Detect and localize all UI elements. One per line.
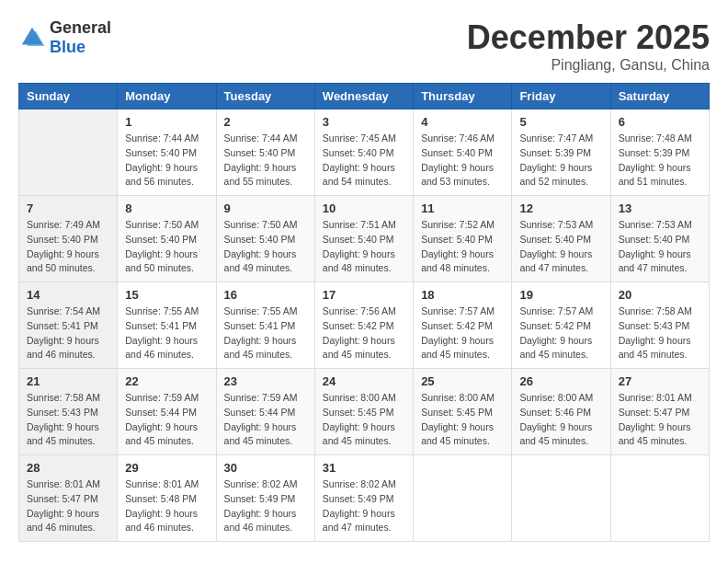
day-info: Sunrise: 7:56 AMSunset: 5:42 PMDaylight:… <box>323 304 405 362</box>
day-info: Sunrise: 7:57 AMSunset: 5:42 PMDaylight:… <box>421 304 504 362</box>
day-number: 25 <box>421 374 504 388</box>
day-info: Sunrise: 7:46 AMSunset: 5:40 PMDaylight:… <box>421 132 504 190</box>
logo-text: General Blue <box>50 18 111 57</box>
calendar-cell: 31Sunrise: 8:02 AMSunset: 5:49 PMDayligh… <box>314 455 413 542</box>
logo-blue: Blue <box>50 38 85 56</box>
weekday-tuesday: Tuesday <box>216 84 314 109</box>
calendar-cell: 23Sunrise: 7:59 AMSunset: 5:44 PMDayligh… <box>216 369 314 455</box>
day-info: Sunrise: 8:00 AMSunset: 5:45 PMDaylight:… <box>421 391 504 449</box>
day-info: Sunrise: 8:00 AMSunset: 5:45 PMDaylight:… <box>323 391 405 449</box>
calendar-cell: 15Sunrise: 7:55 AMSunset: 5:41 PMDayligh… <box>118 282 216 369</box>
day-number: 5 <box>519 115 602 129</box>
day-info: Sunrise: 7:45 AMSunset: 5:40 PMDaylight:… <box>323 132 405 190</box>
day-number: 18 <box>421 288 504 302</box>
day-info: Sunrise: 7:55 AMSunset: 5:41 PMDaylight:… <box>224 304 307 362</box>
day-info: Sunrise: 8:01 AMSunset: 5:47 PMDaylight:… <box>27 477 109 535</box>
day-number: 4 <box>421 115 504 129</box>
day-number: 17 <box>323 288 405 302</box>
day-info: Sunrise: 7:49 AMSunset: 5:40 PMDaylight:… <box>27 218 109 276</box>
calendar-cell: 14Sunrise: 7:54 AMSunset: 5:41 PMDayligh… <box>19 282 118 369</box>
day-info: Sunrise: 7:50 AMSunset: 5:40 PMDaylight:… <box>224 218 307 276</box>
calendar-cell: 30Sunrise: 8:02 AMSunset: 5:49 PMDayligh… <box>216 455 314 542</box>
weekday-saturday: Saturday <box>610 84 709 109</box>
day-info: Sunrise: 7:53 AMSunset: 5:40 PMDaylight:… <box>619 218 701 276</box>
calendar-cell: 24Sunrise: 8:00 AMSunset: 5:45 PMDayligh… <box>314 369 413 455</box>
title-area: December 2025 Pingliang, Gansu, China <box>467 18 710 74</box>
day-info: Sunrise: 7:52 AMSunset: 5:40 PMDaylight:… <box>421 218 504 276</box>
day-number: 6 <box>619 115 701 129</box>
weekday-monday: Monday <box>118 84 216 109</box>
weekday-wednesday: Wednesday <box>314 84 413 109</box>
day-info: Sunrise: 7:51 AMSunset: 5:40 PMDaylight:… <box>323 218 405 276</box>
day-number: 30 <box>224 461 307 475</box>
day-number: 11 <box>421 201 504 215</box>
header: General Blue December 2025 Pingliang, Ga… <box>18 18 710 74</box>
day-number: 14 <box>27 288 109 302</box>
calendar-cell: 19Sunrise: 7:57 AMSunset: 5:42 PMDayligh… <box>512 282 610 369</box>
day-number: 12 <box>519 201 602 215</box>
calendar-cell <box>512 455 610 542</box>
weekday-sunday: Sunday <box>19 84 118 109</box>
day-info: Sunrise: 8:02 AMSunset: 5:49 PMDaylight:… <box>323 477 405 535</box>
weekday-friday: Friday <box>512 84 610 109</box>
calendar-cell: 9Sunrise: 7:50 AMSunset: 5:40 PMDaylight… <box>216 196 314 282</box>
calendar-cell: 11Sunrise: 7:52 AMSunset: 5:40 PMDayligh… <box>414 196 512 282</box>
day-number: 28 <box>27 461 109 475</box>
day-number: 15 <box>125 288 208 302</box>
calendar-cell: 18Sunrise: 7:57 AMSunset: 5:42 PMDayligh… <box>414 282 512 369</box>
calendar-week-1: 1Sunrise: 7:44 AMSunset: 5:40 PMDaylight… <box>19 109 710 196</box>
day-number: 20 <box>619 288 701 302</box>
location-title: Pingliang, Gansu, China <box>467 57 710 74</box>
day-number: 7 <box>27 201 109 215</box>
day-info: Sunrise: 7:48 AMSunset: 5:39 PMDaylight:… <box>619 132 701 190</box>
calendar-week-3: 14Sunrise: 7:54 AMSunset: 5:41 PMDayligh… <box>19 282 710 369</box>
calendar-cell: 17Sunrise: 7:56 AMSunset: 5:42 PMDayligh… <box>314 282 413 369</box>
day-number: 19 <box>519 288 602 302</box>
day-info: Sunrise: 7:58 AMSunset: 5:43 PMDaylight:… <box>27 391 109 449</box>
calendar-week-2: 7Sunrise: 7:49 AMSunset: 5:40 PMDaylight… <box>19 196 710 282</box>
day-number: 9 <box>224 201 307 215</box>
calendar-cell: 28Sunrise: 8:01 AMSunset: 5:47 PMDayligh… <box>19 455 118 542</box>
day-number: 21 <box>27 374 109 388</box>
day-info: Sunrise: 8:02 AMSunset: 5:49 PMDaylight:… <box>224 477 307 535</box>
day-info: Sunrise: 7:59 AMSunset: 5:44 PMDaylight:… <box>224 391 307 449</box>
day-info: Sunrise: 7:55 AMSunset: 5:41 PMDaylight:… <box>125 304 208 362</box>
day-info: Sunrise: 7:47 AMSunset: 5:39 PMDaylight:… <box>519 132 602 190</box>
calendar-cell: 12Sunrise: 7:53 AMSunset: 5:40 PMDayligh… <box>512 196 610 282</box>
calendar-week-4: 21Sunrise: 7:58 AMSunset: 5:43 PMDayligh… <box>19 369 710 455</box>
logo: General Blue <box>18 18 111 57</box>
day-info: Sunrise: 7:59 AMSunset: 5:44 PMDaylight:… <box>125 391 208 449</box>
day-info: Sunrise: 8:00 AMSunset: 5:46 PMDaylight:… <box>519 391 602 449</box>
calendar-cell: 10Sunrise: 7:51 AMSunset: 5:40 PMDayligh… <box>314 196 413 282</box>
day-number: 29 <box>125 461 208 475</box>
day-number: 26 <box>519 374 602 388</box>
calendar-cell: 8Sunrise: 7:50 AMSunset: 5:40 PMDaylight… <box>118 196 216 282</box>
day-number: 22 <box>125 374 208 388</box>
day-info: Sunrise: 7:44 AMSunset: 5:40 PMDaylight:… <box>224 132 307 190</box>
calendar-cell: 22Sunrise: 7:59 AMSunset: 5:44 PMDayligh… <box>118 369 216 455</box>
calendar-cell: 4Sunrise: 7:46 AMSunset: 5:40 PMDaylight… <box>414 109 512 196</box>
calendar-cell: 5Sunrise: 7:47 AMSunset: 5:39 PMDaylight… <box>512 109 610 196</box>
calendar-header: SundayMondayTuesdayWednesdayThursdayFrid… <box>19 84 710 109</box>
day-number: 8 <box>125 201 208 215</box>
day-info: Sunrise: 7:54 AMSunset: 5:41 PMDaylight:… <box>27 304 109 362</box>
calendar-cell: 7Sunrise: 7:49 AMSunset: 5:40 PMDaylight… <box>19 196 118 282</box>
day-info: Sunrise: 7:44 AMSunset: 5:40 PMDaylight:… <box>125 132 208 190</box>
day-info: Sunrise: 7:53 AMSunset: 5:40 PMDaylight:… <box>519 218 602 276</box>
calendar-table: SundayMondayTuesdayWednesdayThursdayFrid… <box>18 83 710 542</box>
day-info: Sunrise: 7:57 AMSunset: 5:42 PMDaylight:… <box>519 304 602 362</box>
day-info: Sunrise: 8:01 AMSunset: 5:48 PMDaylight:… <box>125 477 208 535</box>
calendar-cell: 29Sunrise: 8:01 AMSunset: 5:48 PMDayligh… <box>118 455 216 542</box>
day-info: Sunrise: 8:01 AMSunset: 5:47 PMDaylight:… <box>619 391 701 449</box>
day-number: 24 <box>323 374 405 388</box>
calendar-cell: 2Sunrise: 7:44 AMSunset: 5:40 PMDaylight… <box>216 109 314 196</box>
day-number: 10 <box>323 201 405 215</box>
calendar-cell <box>414 455 512 542</box>
calendar-cell: 21Sunrise: 7:58 AMSunset: 5:43 PMDayligh… <box>19 369 118 455</box>
day-number: 16 <box>224 288 307 302</box>
day-number: 1 <box>125 115 208 129</box>
calendar-cell: 26Sunrise: 8:00 AMSunset: 5:46 PMDayligh… <box>512 369 610 455</box>
calendar-cell: 3Sunrise: 7:45 AMSunset: 5:40 PMDaylight… <box>314 109 413 196</box>
day-number: 13 <box>619 201 701 215</box>
calendar-cell: 1Sunrise: 7:44 AMSunset: 5:40 PMDaylight… <box>118 109 216 196</box>
